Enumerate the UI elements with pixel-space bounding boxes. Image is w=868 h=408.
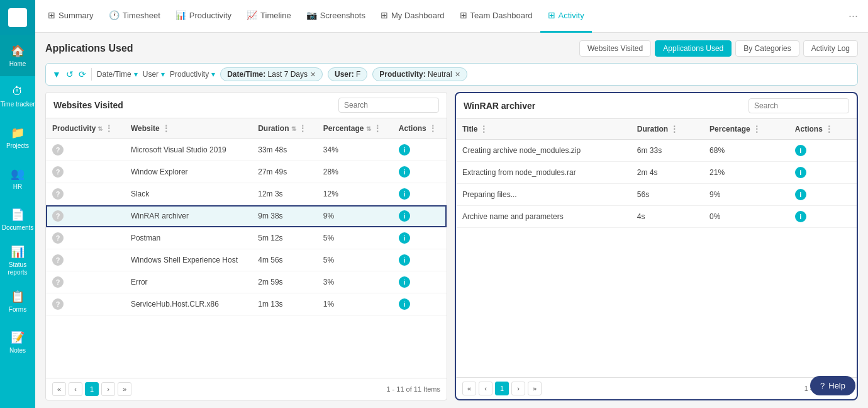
col-percentage-dots[interactable]: ⋮	[373, 123, 382, 133]
view-btn-by-categories[interactable]: By Categories	[735, 40, 799, 57]
view-btn-activity-log[interactable]: Activity Log	[803, 40, 858, 57]
info-action-icon[interactable]: i	[399, 254, 410, 266]
chip-datetime-close[interactable]: ✕	[310, 71, 316, 79]
cell-percentage-right: 9%	[703, 184, 789, 206]
right-table-row[interactable]: Preparing files... 56s 9% i	[456, 184, 857, 206]
right-panel-header: WinRAR archiver	[456, 93, 857, 119]
sort-percentage-icon[interactable]: ⇅	[366, 125, 371, 132]
right-table-row[interactable]: Extracting from node_modules.rar 2m 4s 2…	[456, 162, 857, 184]
left-page-next[interactable]: ›	[101, 382, 115, 396]
filter-reload-icon[interactable]: ⟳	[79, 69, 86, 79]
filter-dropdown-productivity[interactable]: Productivity ▾	[170, 70, 215, 79]
help-button[interactable]: ? Help	[810, 376, 855, 395]
info-action-icon[interactable]: i	[399, 276, 410, 288]
col-website-dots[interactable]: ⋮	[162, 123, 170, 133]
right-search-input[interactable]	[748, 98, 849, 113]
info-action-right-icon[interactable]: i	[795, 211, 806, 222]
view-btn-applications-used[interactable]: Applications Used	[655, 40, 732, 57]
chip-productivity-close[interactable]: ✕	[455, 71, 460, 79]
cell-website: Window Explorer	[125, 161, 252, 183]
filter-dropdown-datetime[interactable]: Date/Time ▾	[97, 70, 138, 79]
col-actions-right: Actions ⋮	[789, 119, 857, 140]
cell-actions: i	[392, 161, 447, 183]
left-page-last[interactable]: »	[118, 382, 131, 396]
right-panel-title: WinRAR archiver	[464, 101, 535, 111]
filter-dropdown-user[interactable]: User ▾	[143, 70, 165, 79]
info-action-icon[interactable]: i	[399, 144, 410, 156]
tab-timesheet[interactable]: 🕐 Timesheet	[101, 0, 168, 33]
left-table-row[interactable]: ? Microsoft Visual Studio 2019 33m 48s 3…	[46, 139, 447, 161]
col-duration-right-dots[interactable]: ⋮	[670, 124, 679, 134]
sidebar-item-status-reports[interactable]: 📊 Status reports	[0, 240, 35, 281]
view-btn-websites-visited[interactable]: Websites Visited	[579, 40, 651, 57]
section-header: Applications Used Websites Visited Appli…	[45, 40, 858, 57]
left-page-1[interactable]: 1	[85, 382, 99, 396]
col-productivity-dots[interactable]: ⋮	[104, 123, 113, 133]
info-action-icon[interactable]: i	[399, 298, 410, 310]
left-table-row[interactable]: ? WinRAR archiver 9m 38s 9% i	[46, 205, 447, 227]
right-page-last[interactable]: »	[528, 382, 542, 395]
col-duration-dots[interactable]: ⋮	[298, 123, 307, 133]
tab-summary[interactable]: ⊞ Summary	[40, 0, 101, 33]
right-page-1[interactable]: 1	[495, 382, 509, 395]
right-page-controls: « ‹ 1 › »	[462, 382, 542, 395]
tab-activity[interactable]: ⊞ Activity	[540, 0, 592, 33]
left-pagination-info: 1 - 11 of 11 Items	[386, 385, 440, 393]
filter-dropdown-datetime-label: Date/Time	[97, 70, 131, 79]
left-page-controls: « ‹ 1 › »	[52, 382, 131, 396]
info-action-icon[interactable]: i	[399, 166, 410, 178]
cell-duration: 5m 12s	[252, 227, 317, 249]
productivity-q-icon: ?	[52, 166, 64, 178]
sort-productivity-icon[interactable]: ⇅	[97, 125, 103, 132]
chart-icon: 📊	[11, 245, 25, 259]
sidebar-item-home[interactable]: 🏠 Home	[0, 35, 35, 76]
tab-productivity[interactable]: 📊 Productivity	[168, 0, 239, 33]
cell-actions-right: i	[789, 206, 857, 228]
left-table-row[interactable]: ? Error 2m 59s 3% i	[46, 271, 447, 293]
info-action-icon[interactable]: i	[399, 232, 410, 244]
filter-dropdown-productivity-label: Productivity	[170, 70, 209, 79]
sidebar-item-forms[interactable]: 📋 Forms	[0, 281, 35, 322]
col-actions-right-dots[interactable]: ⋮	[825, 124, 833, 134]
sidebar-item-projects[interactable]: 📁 Projects	[0, 117, 35, 158]
left-table-row[interactable]: ? Postman 5m 12s 5% i	[46, 227, 447, 249]
right-page-next[interactable]: ›	[511, 382, 525, 395]
sort-duration-icon[interactable]: ⇅	[291, 125, 296, 132]
sidebar-item-timetracker[interactable]: ⏱ Time tracker	[0, 76, 35, 117]
more-dots-icon[interactable]: ···	[849, 9, 858, 23]
filter-undo-icon[interactable]: ↺	[66, 69, 74, 79]
info-action-icon[interactable]: i	[399, 188, 410, 200]
left-table-row[interactable]: ? ServiceHub.Host.CLR.x86 1m 13s 1% i	[46, 293, 447, 315]
left-table: Productivity ⇅ ⋮ Website ⋮	[46, 118, 447, 315]
tab-screenshots[interactable]: 📷 Screenshots	[299, 0, 373, 33]
info-action-icon[interactable]: i	[399, 210, 410, 222]
info-action-right-icon[interactable]: i	[795, 167, 806, 178]
tab-timeline[interactable]: 📈 Timeline	[239, 0, 299, 33]
tab-my-dashboard[interactable]: ⊞ My Dashboard	[373, 0, 452, 33]
tab-team-dashboard[interactable]: ⊞ Team Dashboard	[452, 0, 540, 33]
cell-percentage: 9%	[317, 205, 392, 227]
right-page-prev[interactable]: ‹	[479, 382, 492, 395]
filter-chip-user: User: F	[328, 67, 367, 81]
col-title-dots[interactable]: ⋮	[479, 124, 488, 134]
cell-actions-right: i	[789, 162, 857, 184]
left-table-row[interactable]: ? Slack 12m 3s 12% i	[46, 183, 447, 205]
left-search-input[interactable]	[338, 98, 439, 113]
col-percentage-right-dots[interactable]: ⋮	[752, 124, 761, 134]
filter-funnel-icon[interactable]: ▼	[52, 69, 61, 79]
sidebar-item-documents[interactable]: 📄 Documents	[0, 199, 35, 240]
sidebar-item-hr[interactable]: 👥 HR	[0, 158, 35, 199]
col-actions-left-dots[interactable]: ⋮	[428, 123, 437, 133]
info-action-right-icon[interactable]: i	[795, 189, 806, 200]
tab-activity-label: Activity	[559, 11, 584, 20]
sidebar-item-notes[interactable]: 📝 Notes	[0, 322, 35, 363]
left-table-row[interactable]: ? Window Explorer 27m 49s 28% i	[46, 161, 447, 183]
right-table-row[interactable]: Archive name and parameters 4s 0% i	[456, 206, 857, 228]
left-page-first[interactable]: «	[52, 382, 66, 396]
info-action-right-icon[interactable]: i	[795, 145, 806, 156]
left-page-prev[interactable]: ‹	[69, 382, 82, 396]
right-table-row[interactable]: Creating archive node_modules.zip 6m 33s…	[456, 140, 857, 162]
filter-dropdown-user-label: User	[143, 70, 159, 79]
left-table-row[interactable]: ? Windows Shell Experience Host 4m 56s 5…	[46, 249, 447, 271]
right-page-first[interactable]: «	[462, 382, 476, 395]
